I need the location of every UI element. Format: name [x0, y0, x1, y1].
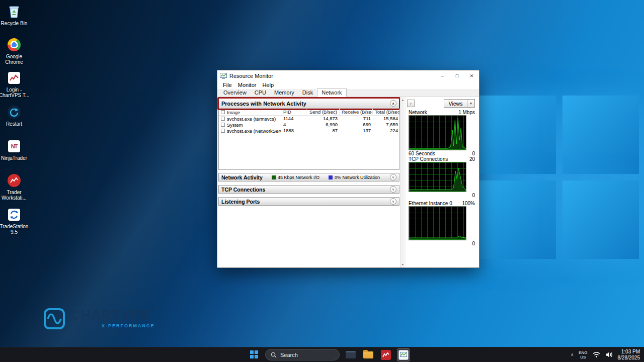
tab-memory[interactable]: Memory	[270, 89, 298, 97]
hidden-icons-chevron[interactable]: ∧	[571, 352, 574, 357]
search-label: Search	[280, 352, 298, 358]
graphs-toolbar: › Views ▼	[406, 99, 479, 108]
desktop-icon-recycle-bin[interactable]: Recycle Bin	[0, 4, 30, 26]
taskbar-file-explorer-button[interactable]	[344, 348, 357, 361]
cell-receive: 711	[340, 116, 373, 122]
views-dropdown-arrow-icon[interactable]: ▼	[467, 100, 474, 107]
col-send[interactable]: Send (B/sec)	[306, 109, 340, 115]
row-checkbox[interactable]	[221, 123, 225, 127]
menu-help[interactable]: Help	[259, 82, 277, 88]
collapse-chevron-icon[interactable]: ∧	[390, 100, 396, 107]
desktop-icon-login-chartvps[interactable]: Login - ChartVPS T...	[0, 70, 30, 98]
expand-chevron-icon[interactable]: ∨	[390, 198, 396, 205]
cell-send: 87	[306, 128, 340, 134]
tcp-connections-section[interactable]: TCP Connections ∨	[218, 185, 399, 194]
tab-overview[interactable]: Overview	[219, 89, 251, 97]
taskbar-resource-monitor-button[interactable]	[397, 348, 410, 361]
col-receive[interactable]: Receive (B/sec)	[340, 109, 373, 115]
table-row[interactable]: svchost.exe (termsvcs) 1144 14,873 711 1…	[219, 116, 399, 122]
search-icon	[271, 352, 277, 358]
select-all-checkbox[interactable]	[221, 110, 225, 114]
row-checkbox[interactable]	[221, 129, 225, 133]
resource-monitor-icon	[398, 350, 409, 360]
close-button[interactable]: ✕	[464, 70, 479, 81]
expand-chevron-icon[interactable]: ∨	[390, 174, 396, 180]
legend-label: 45 Kbps Network I/O	[278, 175, 319, 180]
legend-network-io: 45 Kbps Network I/O	[272, 175, 319, 180]
desktop-icon-label: TradeStation 9.5	[0, 224, 30, 235]
language-line2: US	[579, 355, 587, 359]
chart-max: 1 Mbps	[458, 110, 475, 115]
search-box[interactable]: Search	[265, 349, 340, 360]
language-line1: ENG	[579, 350, 587, 355]
row-checkbox[interactable]	[221, 117, 225, 121]
col-total[interactable]: Total (B/sec)	[373, 109, 400, 115]
menu-monitor[interactable]: Monitor	[235, 82, 260, 88]
maximize-button[interactable]: □	[450, 70, 464, 81]
col-pid[interactable]: PID	[281, 109, 306, 115]
table-row[interactable]: svchost.exe (NetworkService... 1888 87 1…	[219, 128, 399, 134]
desktop-icon-label: Restart	[0, 121, 30, 127]
taskbar-folder-button[interactable]	[362, 348, 375, 361]
menu-bar: File Monitor Help	[217, 81, 479, 89]
desktop-icon-ninjatrader[interactable]: NT NinjaTrader	[0, 139, 30, 161]
window-title: Resource Monitor	[229, 73, 435, 79]
clock[interactable]: 1:03 PM 8/28/2025	[618, 349, 640, 361]
watermark-subtitle: X-PERFORMANCE	[70, 323, 155, 328]
desktop-icon-label: Trader Workstati...	[0, 190, 30, 201]
chartvps-logo-icon	[43, 308, 65, 330]
collapse-panel-button[interactable]: ›	[407, 100, 415, 107]
cell-total: 224	[373, 128, 400, 134]
language-indicator[interactable]: ENG US	[579, 350, 587, 359]
network-activity-section[interactable]: Network Activity 45 Kbps Network I/O 0% …	[218, 173, 399, 182]
cell-pid: 4	[281, 122, 306, 128]
col-image[interactable]: Image	[227, 110, 240, 115]
tcp-graph	[409, 162, 466, 192]
desktop-icon-trader-workstation[interactable]: Trader Workstati...	[0, 173, 30, 201]
tab-disk[interactable]: Disk	[298, 89, 317, 97]
desktop-icon-google-chrome[interactable]: Google Chrome	[0, 37, 30, 65]
cell-pid: 1888	[281, 128, 306, 134]
views-label: Views	[444, 100, 467, 107]
expand-chevron-icon[interactable]: ∨	[390, 186, 396, 193]
processes-header[interactable]: Processes with Network Activity ∧	[219, 99, 399, 109]
legend-swatch-blue	[329, 175, 333, 179]
desktop-icon-restart[interactable]: Restart	[0, 105, 30, 127]
volume-icon[interactable]	[605, 351, 613, 358]
cell-image: svchost.exe (NetworkService...	[227, 128, 281, 134]
table-row[interactable]: System 4 6,990 669 7,659	[219, 122, 399, 128]
menu-file[interactable]: File	[220, 82, 235, 88]
windows-logo-pane	[479, 96, 556, 174]
listening-ports-section[interactable]: Listening Ports ∨	[218, 197, 399, 206]
scroll-up-button[interactable]: ▲	[400, 97, 405, 103]
network-icon[interactable]	[593, 351, 600, 358]
tab-cpu[interactable]: CPU	[251, 89, 270, 97]
network-activity-title: Network Activity	[221, 174, 263, 180]
windows-start-icon	[250, 350, 259, 359]
start-button[interactable]	[248, 348, 261, 361]
clock-date: 8/28/2025	[618, 355, 640, 361]
listening-ports-title: Listening Ports	[221, 199, 260, 205]
cell-image: System	[227, 122, 243, 128]
cell-total: 15,584	[373, 116, 400, 122]
scroll-down-button[interactable]: ▼	[400, 261, 405, 267]
login-chartvps-icon	[0, 70, 30, 85]
desktop-icon-tradestation[interactable]: TradeStation 9.5	[0, 207, 30, 235]
minimize-button[interactable]: ─	[435, 70, 450, 81]
legend-network-utilization: 0% Network Utilization	[329, 175, 380, 180]
processes-panel: Processes with Network Activity ∧ Image …	[218, 98, 399, 170]
views-dropdown[interactable]: Views ▼	[444, 99, 475, 108]
chart-min: 0	[472, 241, 475, 246]
chart-min: 0	[472, 151, 475, 156]
taskbar-trader-app-button[interactable]	[379, 348, 392, 361]
windows-logo-pane	[562, 96, 639, 174]
desktop-icon-label: Login - ChartVPS T...	[0, 87, 30, 98]
tab-network[interactable]: Network	[317, 88, 346, 97]
chart-title: TCP Connections	[409, 156, 448, 162]
resource-monitor-window: Resource Monitor ─ □ ✕ File Monitor Help…	[217, 70, 479, 268]
ethernet-chart-block: Ethernet Instance 0 100% 0	[409, 200, 475, 246]
network-graph	[409, 115, 466, 150]
titlebar[interactable]: Resource Monitor ─ □ ✕	[217, 70, 479, 81]
vertical-scrollbar[interactable]: ▲ ▼	[400, 97, 405, 267]
desktop-icon-label: Google Chrome	[0, 54, 30, 65]
